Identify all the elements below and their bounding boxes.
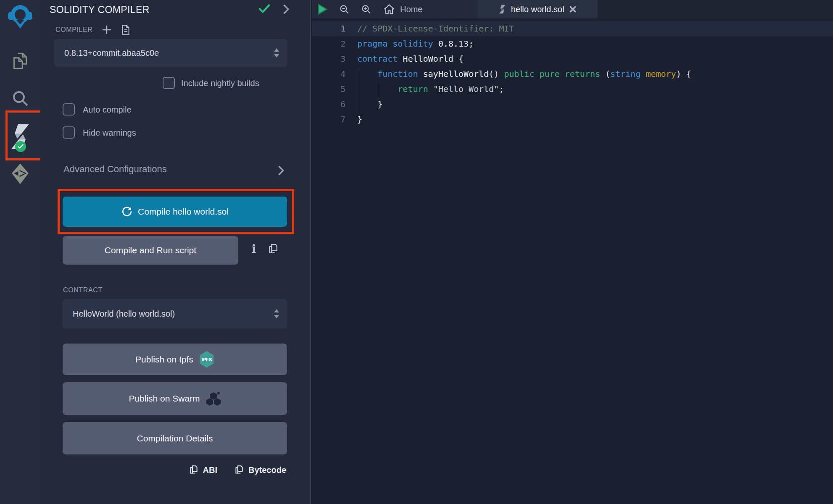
copy-bytecode-button[interactable]: Bytecode (234, 464, 286, 476)
advanced-configurations-chevron-icon[interactable] (278, 165, 285, 176)
code-content[interactable]: 1// SPDX-License-Identifier: MIT2pragma … (312, 21, 833, 127)
refresh-icon (121, 206, 132, 217)
compile-and-run-button[interactable]: Compile and Run script (63, 236, 238, 265)
zoom-out-icon[interactable] (339, 4, 350, 15)
solidity-file-icon (498, 4, 506, 14)
code-line-text: // SPDX-License-Identifier: MIT (345, 24, 514, 34)
hide-warnings-label: Hide warnings (83, 128, 136, 138)
tab-active-label: hello world.sol (511, 5, 564, 14)
line-number: 6 (312, 99, 345, 109)
select-arrows-icon (274, 48, 279, 58)
compiler-config-file-icon[interactable] (121, 24, 130, 35)
solidity-compiler-panel: SOLIDITY COMPILER COMPILER (40, 0, 311, 504)
publish-on-swarm-button[interactable]: Publish on Swarm (63, 382, 287, 415)
home-icon (383, 4, 395, 15)
run-script-play-icon[interactable] (317, 3, 328, 15)
line-number: 2 (312, 39, 345, 49)
contract-select[interactable]: HelloWorld (hello world.sol) (63, 299, 287, 328)
compile-and-run-label: Compile and Run script (105, 245, 196, 255)
code-line-7[interactable]: 7} (312, 112, 833, 127)
ipfs-icon: IPFS (199, 351, 214, 368)
search-icon[interactable] (0, 88, 40, 108)
publish-on-swarm-label: Publish on Swarm (129, 394, 200, 404)
code-editor: Home hello world.sol 1// SPDX-License-Id… (312, 0, 833, 504)
remix-ide-window: SOLIDITY COMPILER COMPILER (0, 0, 833, 504)
code-line-text: pragma solidity 0.8.13; (345, 39, 474, 49)
indent-guide (378, 84, 378, 99)
code-line-text: } (345, 99, 382, 109)
tab-bar-empty-area (598, 0, 833, 18)
editor-tab-bar: Home hello world.sol (312, 0, 833, 18)
code-line-text: return "Hello World"; (345, 84, 504, 94)
compiler-version-value: 0.8.13+commit.abaa5c0e (64, 48, 159, 58)
copy-icon[interactable] (267, 243, 279, 255)
code-line-5[interactable]: 5 return "Hello World"; (312, 81, 833, 97)
copy-icon (189, 464, 199, 476)
code-line-6[interactable]: 6 } (312, 97, 833, 112)
auto-compile-label: Auto compile (83, 105, 132, 115)
copy-abi-button[interactable]: ABI (189, 464, 217, 476)
tab-hello-world-sol[interactable]: hello world.sol (477, 0, 598, 18)
include-nightly-label: Include nightly builds (181, 79, 259, 88)
line-number: 1 (312, 24, 345, 34)
add-compiler-icon[interactable] (102, 25, 112, 35)
abi-bytecode-row: ABI Bytecode (189, 464, 286, 476)
publish-on-ipfs-label: Publish on Ipfs (135, 354, 193, 365)
panel-expand-chevron-icon[interactable] (282, 4, 290, 14)
compiler-version-select[interactable]: 0.8.13+commit.abaa5c0e (54, 39, 287, 67)
copy-icon (234, 464, 244, 476)
zoom-in-icon[interactable] (361, 4, 372, 15)
info-icon[interactable]: i (250, 242, 258, 256)
hide-warnings-checkbox[interactable] (63, 126, 75, 139)
indent-guide (358, 69, 358, 114)
remix-logo-icon[interactable] (0, 3, 40, 31)
code-line-text: } (345, 114, 362, 124)
activity-bar (0, 0, 41, 504)
code-line-text: function sayHelloWorld() public pure ret… (345, 69, 691, 79)
code-line-3[interactable]: 3contract HelloWorld { (312, 51, 833, 66)
swarm-icon (206, 391, 221, 406)
line-number: 7 (312, 114, 345, 124)
abi-label: ABI (203, 465, 217, 475)
bytecode-label: Bytecode (248, 465, 286, 475)
compiled-check-icon (258, 3, 271, 14)
panel-title: SOLIDITY COMPILER (50, 4, 150, 16)
compilation-details-button[interactable]: Compilation Details (63, 422, 287, 454)
compiler-section-label: COMPILER (55, 26, 92, 34)
file-explorer-icon[interactable] (0, 50, 40, 71)
advanced-configurations-toggle[interactable]: Advanced Configurations (63, 164, 167, 175)
include-nightly-checkbox[interactable] (163, 77, 175, 89)
compile-button-label: Compile hello world.sol (138, 207, 229, 217)
auto-compile-checkbox[interactable] (63, 103, 75, 116)
close-tab-icon[interactable] (569, 5, 577, 13)
tab-home[interactable]: Home (376, 0, 430, 18)
code-line-1[interactable]: 1// SPDX-License-Identifier: MIT (312, 21, 833, 36)
tab-home-label: Home (400, 5, 422, 14)
code-line-4[interactable]: 4 function sayHelloWorld() public pure r… (312, 66, 833, 81)
compile-button[interactable]: Compile hello world.sol (63, 197, 287, 227)
publish-on-ipfs-button[interactable]: Publish on Ipfs IPFS (63, 344, 287, 375)
code-line-text: contract HelloWorld { (345, 54, 464, 64)
contract-selected-value: HelloWorld (hello world.sol) (73, 309, 175, 319)
compilation-details-label: Compilation Details (137, 433, 213, 444)
line-number: 5 (312, 84, 345, 94)
deploy-and-run-icon[interactable] (0, 163, 40, 185)
contract-section-label: CONTRACT (63, 286, 103, 294)
line-number: 3 (312, 54, 345, 64)
line-number: 4 (312, 69, 345, 79)
code-line-2[interactable]: 2pragma solidity 0.8.13; (312, 36, 833, 51)
select-arrows-icon (274, 309, 279, 318)
annotation-rectangle-compiler-icon (5, 110, 45, 160)
